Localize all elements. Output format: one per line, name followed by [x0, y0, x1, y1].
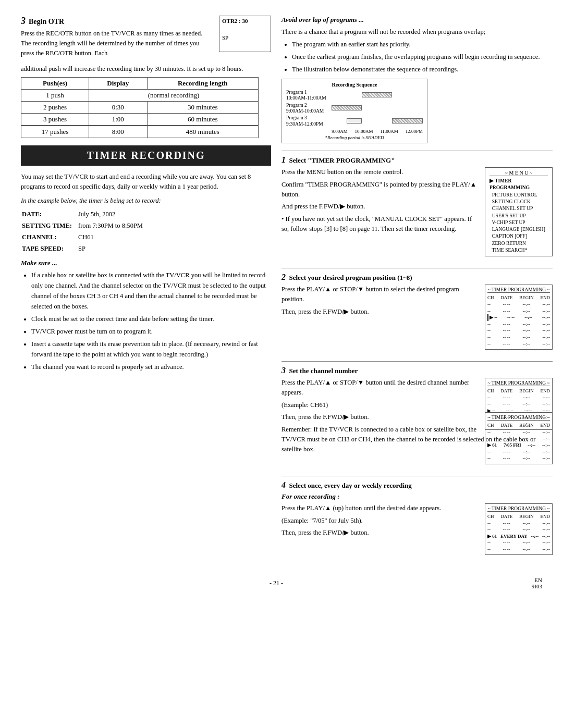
- sequence-time-row: 9:00AM 10:00AM 11:00AM 12:00PM: [286, 129, 423, 134]
- step2-title: Select your desired program position (1~…: [287, 274, 412, 281]
- time-11am: 11:00AM: [380, 129, 398, 134]
- avoid-overlap-list: The program with an earlier start has pr…: [292, 39, 553, 75]
- timer-prog-row-selected: ▶ ---- ----:----:--: [487, 314, 550, 321]
- list-item: The channel you want to record is proper…: [31, 362, 271, 372]
- timer-prog-title-2: ~ TIMER PROGRAMMING ~: [487, 287, 550, 293]
- list-item: The program with an earlier start has pr…: [292, 39, 553, 50]
- menu-item-clock: SETTING CLOCK: [489, 199, 548, 205]
- length-2: 30 minutes: [147, 102, 258, 114]
- menu-item-language: LANGUAGE [ENGLISH]: [489, 226, 548, 233]
- menu-item-zero: ZERO RETURN: [489, 240, 548, 247]
- page-footer: - 21 - EN 9I03: [21, 577, 542, 589]
- otr-box-label: OTR2 : 30: [222, 18, 268, 24]
- channel-value: CH61: [78, 232, 148, 242]
- step4-header: 4 Select once, every day or weekly recor…: [282, 480, 553, 490]
- step3-header: 3 Set the channel number: [282, 366, 553, 375]
- timer-prog-row: ---- ----:----:--: [487, 308, 550, 315]
- display-3: 1:00: [89, 114, 147, 126]
- menu-item-timer: ▶ TIMER PROGRAMMING: [489, 178, 548, 192]
- step4-num: 4: [282, 480, 286, 489]
- seq-bar-area-2: [332, 105, 423, 112]
- list-item: If a cable box or satellite box is conne…: [31, 270, 271, 312]
- seq-program-1-label: Program 110:00AM-11:00AM: [286, 90, 332, 102]
- time-9am: 9:00AM: [332, 129, 348, 134]
- make-sure-title: Make sure ...: [21, 259, 271, 267]
- timer-recording-title: TIMER RECORDING: [87, 150, 205, 161]
- step1-title: Select "TIMER PROGRAMMING": [287, 156, 395, 164]
- tape-label: TAPE SPEED:: [22, 243, 77, 254]
- otr-title: Begin OTR: [29, 18, 64, 26]
- sequence-row: Program 110:00AM-11:00AM: [286, 90, 423, 102]
- recording-sequence-diagram: Recording Sequence Program 110:00AM-11:0…: [282, 79, 427, 143]
- time-10am: 10:00AM: [354, 129, 373, 134]
- page-number: - 21 -: [21, 579, 532, 587]
- table-row: 17 pushes 8:00 480 minutes: [21, 126, 259, 138]
- step1-header: 1 Select "TIMER PROGRAMMING": [282, 155, 553, 165]
- timer-prog-header: CHDATEBEGINEND: [487, 294, 550, 301]
- sequence-title: Recording Sequence: [286, 82, 423, 88]
- timer-recording-header: TIMER RECORDING: [21, 145, 271, 166]
- setting-value: from 7:30PM to 8:50PM: [78, 220, 148, 231]
- avoid-overlap-title: Avoid over lap of programs ...: [282, 16, 553, 24]
- pushes-2: 2 pushes: [21, 102, 89, 114]
- sequence-row: Program 29:00AM-10:00AM: [286, 103, 423, 115]
- step2-content: ~ TIMER PROGRAMMING ~ CHDATEBEGINEND ---…: [282, 285, 553, 354]
- step4-title: Select once, every day or weekly recordi…: [287, 482, 412, 489]
- length-17: 480 minutes: [147, 126, 258, 138]
- seq-program-2-label: Program 29:00AM-10:00AM: [286, 103, 332, 115]
- step4-content: ~ TIMER PROGRAMMING ~ CHDATEBEGINEND ---…: [282, 503, 553, 560]
- pushes-17: 17 pushes: [21, 126, 89, 138]
- menu-title: ~ M E N U ~: [489, 170, 548, 176]
- step1-section: 1 Select "TIMER PROGRAMMING" ~ M E N U ~…: [282, 155, 553, 261]
- avoid-overlap-intro: There is a chance that a program will no…: [282, 27, 553, 37]
- display-17: 8:00: [89, 126, 147, 138]
- timer-prog-row: ---- ----:----:--: [487, 341, 550, 348]
- timer-prog-box-2: ~ TIMER PROGRAMMING ~ CHDATEBEGINEND ---…: [485, 285, 553, 350]
- footer-right: EN 9I03: [532, 577, 542, 589]
- timer-prog-row: ---- ----:----:--: [487, 327, 550, 334]
- length-3: 60 minutes: [147, 114, 258, 126]
- timer-prog-row: ---- ----:----:--: [487, 401, 550, 408]
- col-pushes: Push(es): [21, 78, 89, 90]
- sequence-row: Program 39:30AM-12:00PM: [286, 115, 423, 127]
- timer-prog-row: ---- ----:----:--: [487, 321, 550, 328]
- otr-text2: additional push will increase the record…: [21, 64, 271, 74]
- table-row: 1 push (normal recording): [21, 90, 259, 102]
- tape-value: SP: [78, 243, 148, 254]
- timer-prog-header: CHDATEBEGINEND: [487, 513, 550, 520]
- otr-box-sp: SP: [222, 34, 268, 41]
- timer-prog-header: CHDATEBEGINEND: [487, 422, 550, 429]
- menu-item-picture: PICTURE CONTROL: [489, 192, 548, 199]
- timer-prog-row: ---- ----:----:--: [487, 546, 550, 553]
- menu-item-caption: CAPTION [OFF]: [489, 233, 548, 240]
- menu-box: ~ M E N U ~ ▶ TIMER PROGRAMMING PICTURE …: [485, 167, 553, 256]
- footer-en: EN: [534, 577, 542, 583]
- col-recording-length: Recording length: [147, 78, 258, 90]
- sequence-times: 9:00AM 10:00AM 11:00AM 12:00PM: [332, 129, 423, 134]
- table-row: 3 pushes 1:00 60 minutes: [21, 114, 259, 126]
- timer-example-table: DATE: July 5th, 2002 SETTING TIME: from …: [21, 208, 149, 255]
- timer-prog-row: ---- ----:----:--: [487, 520, 550, 527]
- timer-prog-header: CHDATEBEGINEND: [487, 388, 550, 394]
- timer-prog-row: ---- ----:----:--: [487, 455, 550, 462]
- menu-item-users: USER'S SET UP: [489, 213, 548, 219]
- timer-prog-row-everyday: ▶ 61EVERY DAY--:----:--: [487, 533, 550, 540]
- step2-section: 2 Select your desired program position (…: [282, 273, 553, 354]
- list-item: TV/VCR power must be turn on to program …: [31, 326, 271, 337]
- step4-section: 4 Select once, every day or weekly recor…: [282, 480, 553, 560]
- table-row: 2 pushes 0:30 30 minutes: [21, 102, 259, 114]
- time-12pm: 12:00PM: [405, 129, 423, 134]
- list-item: Insert a cassette tape with its erase pr…: [31, 339, 271, 360]
- setting-label: SETTING TIME:: [22, 220, 77, 231]
- seq-bar-area-1: [332, 92, 423, 98]
- pushes-1: 1 push: [21, 90, 89, 102]
- timer-prog-row: ---- ----:----:--: [487, 394, 550, 401]
- menu-item-time: TIME SEARCH*: [489, 247, 548, 254]
- timer-prog-box-4: ~ TIMER PROGRAMMING ~ CHDATEBEGINEND ---…: [485, 503, 553, 556]
- footer-code: 9I03: [532, 583, 542, 589]
- normal-recording: (normal recording): [89, 90, 258, 102]
- channel-label: CHANNEL:: [22, 232, 77, 242]
- timer-prog-title-4: ~ TIMER PROGRAMMING ~: [487, 506, 550, 512]
- date-value: July 5th, 2002: [78, 209, 148, 219]
- step2-header: 2 Select your desired program position (…: [282, 273, 553, 282]
